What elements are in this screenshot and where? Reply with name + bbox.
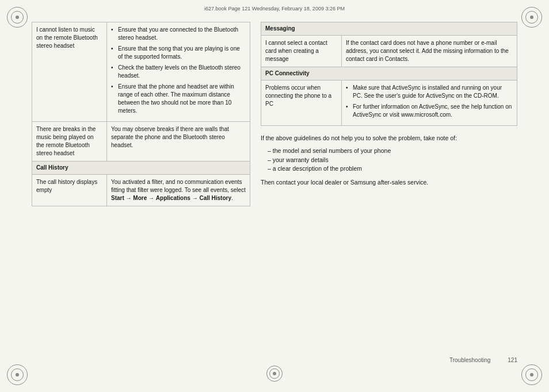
corner-bl-decoration bbox=[7, 364, 28, 385]
corner-tr-decoration bbox=[521, 7, 542, 28]
right-table: Messaging I cannot select a contact card… bbox=[261, 22, 517, 126]
list-item: Ensure that you are connected to the Blu… bbox=[111, 26, 246, 42]
nav-callhistory: Call History bbox=[199, 195, 231, 201]
nav-applications: Applications bbox=[156, 195, 190, 201]
nav-more: More bbox=[133, 195, 147, 201]
list-item: the model and serial numbers of your pho… bbox=[268, 147, 517, 156]
left-table: I cannot listen to music on the remote B… bbox=[32, 22, 250, 206]
section-header-cell: Messaging bbox=[261, 22, 517, 35]
section-header-cell: PC Connectivity bbox=[261, 67, 517, 80]
page-header: i627.book Page 121 Wednesday, February 1… bbox=[204, 6, 345, 11]
section-header-cell: Call History bbox=[32, 162, 250, 174]
list-item: a clear description of the problem bbox=[268, 164, 517, 174]
table-row: There are breaks in the music being play… bbox=[32, 122, 250, 162]
arrow-icon: → bbox=[126, 195, 132, 201]
guidelines-section: If the above guidelines do not help you … bbox=[261, 134, 517, 191]
bottom-center-mark bbox=[266, 366, 283, 382]
section-header-row: Call History bbox=[32, 162, 250, 175]
content-area: I cannot listen to music on the remote B… bbox=[32, 22, 517, 363]
issue-cell: The call history displays empty bbox=[32, 175, 107, 206]
solution-cell: You activated a filter, and no communica… bbox=[107, 175, 250, 206]
arrow-icon: → bbox=[148, 195, 154, 201]
arrow-icon: → bbox=[192, 195, 198, 201]
nav-start: Start bbox=[111, 195, 124, 201]
list-item: Ensure that the phone and headset are wi… bbox=[111, 83, 246, 115]
issue-cell: I cannot select a contact card when crea… bbox=[261, 36, 342, 67]
issue-cell: There are breaks in the music being play… bbox=[32, 122, 107, 161]
guidelines-conclusion: Then contact your local dealer or Samsun… bbox=[261, 178, 517, 187]
footer-section: Troubleshooting bbox=[449, 357, 490, 363]
table-row: Problems occur when connecting the phone… bbox=[261, 80, 517, 125]
page-container: i627.book Page 121 Wednesday, February 1… bbox=[0, 0, 549, 392]
table-row: I cannot select a contact card when crea… bbox=[261, 36, 517, 67]
corner-br-decoration bbox=[521, 364, 542, 385]
issue-cell: I cannot listen to music on the remote B… bbox=[32, 22, 107, 121]
bullet-list: Make sure that ActiveSync is installed a… bbox=[346, 84, 513, 119]
list-item: Check the battery levels on the Bluetoot… bbox=[111, 64, 246, 80]
corner-tl-decoration bbox=[7, 7, 28, 28]
section-header-row: PC Connectivity bbox=[261, 67, 517, 80]
section-header-row: Messaging bbox=[261, 22, 517, 36]
list-item: your warranty details bbox=[268, 156, 517, 165]
solution-cell: If the contact card does not have a phon… bbox=[342, 36, 517, 67]
list-item: Ensure that the song that you are playin… bbox=[111, 45, 246, 61]
section-label: PC Connectivity bbox=[265, 70, 310, 76]
solution-cell: Make sure that ActiveSync is installed a… bbox=[342, 80, 517, 125]
section-label: Messaging bbox=[265, 25, 295, 32]
list-item: For further information on ActiveSync, s… bbox=[346, 103, 513, 119]
section-label: Call History bbox=[36, 164, 68, 171]
solution-cell: Ensure that you are connected to the Blu… bbox=[107, 22, 250, 121]
footer-page: 121 bbox=[508, 357, 517, 363]
table-row: I cannot listen to music on the remote B… bbox=[32, 22, 250, 122]
issue-cell: Problems occur when connecting the phone… bbox=[261, 80, 342, 125]
bullet-list: Ensure that you are connected to the Blu… bbox=[111, 26, 246, 115]
table-row: The call history displays empty You acti… bbox=[32, 175, 250, 206]
guidelines-list: the model and serial numbers of your pho… bbox=[261, 147, 517, 174]
right-section: Messaging I cannot select a contact card… bbox=[261, 22, 517, 363]
solution-cell: You may observe breaks if there are wall… bbox=[107, 122, 250, 161]
footer: Troubleshooting 121 bbox=[449, 357, 517, 363]
left-section: I cannot listen to music on the remote B… bbox=[32, 22, 250, 363]
list-item: Make sure that ActiveSync is installed a… bbox=[346, 84, 513, 100]
guidelines-intro: If the above guidelines do not help you … bbox=[261, 134, 517, 143]
